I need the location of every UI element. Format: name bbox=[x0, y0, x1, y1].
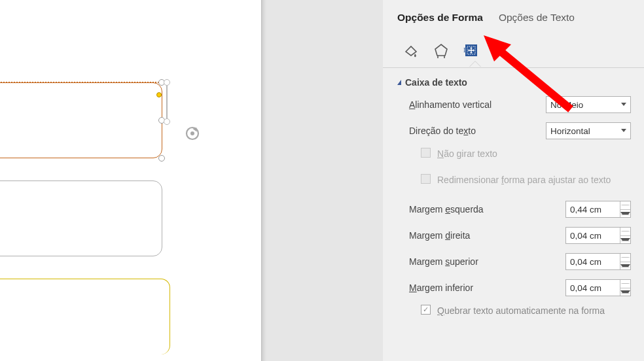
spinner-value: 0,04 cm bbox=[570, 283, 601, 293]
connector-line bbox=[166, 82, 168, 122]
spin-up[interactable] bbox=[620, 254, 630, 262]
checkmark-icon: ✓ bbox=[423, 306, 429, 313]
spin-down[interactable] bbox=[620, 288, 630, 296]
dropdown-value: Horizontal bbox=[550, 126, 590, 136]
dropdown-value: No Meio bbox=[550, 100, 583, 110]
label-margin-top: Margem superior bbox=[409, 256, 565, 267]
dropdown-vertical-alignment[interactable]: No Meio bbox=[546, 96, 631, 113]
input-margin-bottom[interactable]: 0,04 cm bbox=[565, 279, 631, 296]
chevron-down-icon bbox=[621, 103, 626, 106]
document-canvas[interactable] bbox=[0, 0, 383, 361]
spin-down[interactable] bbox=[620, 210, 630, 218]
chevron-down-icon bbox=[621, 129, 626, 132]
input-margin-top[interactable]: 0,04 cm bbox=[565, 253, 631, 270]
label-wrap-text: Quebrar texto automaticamente na forma bbox=[437, 305, 631, 317]
category-icon-row: I bbox=[397, 35, 631, 63]
input-margin-right[interactable]: 0,04 cm bbox=[565, 227, 631, 244]
shape-selected[interactable] bbox=[0, 82, 162, 158]
dropdown-text-direction[interactable]: Horizontal bbox=[546, 122, 631, 139]
label-resize-shape: Redimensionar forma para ajustar ao text… bbox=[437, 174, 631, 186]
tab-text-options[interactable]: Opções de Texto bbox=[499, 12, 575, 24]
spin-up[interactable] bbox=[620, 280, 630, 288]
shape[interactable] bbox=[0, 180, 162, 256]
rotate-handle[interactable] bbox=[183, 124, 202, 145]
svg-point-1 bbox=[190, 131, 194, 135]
spinner-value: 0,04 cm bbox=[570, 257, 601, 267]
section-header[interactable]: Caixa de texto bbox=[397, 77, 631, 88]
checkbox-wrap-text[interactable]: ✓ bbox=[421, 305, 431, 315]
fill-line-icon[interactable] bbox=[399, 38, 423, 63]
label-text-direction: Direção do texto bbox=[409, 126, 546, 136]
adjustment-handle[interactable] bbox=[156, 92, 162, 97]
panel-tabs: Opções de Forma Opções de Texto bbox=[397, 12, 631, 24]
spinner-value: 0,04 cm bbox=[570, 231, 601, 241]
divider bbox=[383, 67, 644, 68]
textbox-section: Caixa de texto Alinhamento vertical No M… bbox=[397, 77, 631, 323]
checkbox-resize-shape bbox=[421, 174, 431, 184]
label-vertical-alignment: Alinhamento vertical bbox=[409, 99, 546, 110]
tab-pointer bbox=[469, 61, 481, 68]
svg-marker-2 bbox=[435, 44, 447, 56]
spin-up[interactable] bbox=[620, 201, 630, 210]
label-no-rotate: Não girar texto bbox=[437, 148, 631, 160]
collapse-triangle-icon bbox=[397, 80, 401, 85]
layout-properties-icon[interactable]: I bbox=[459, 38, 484, 63]
spin-up[interactable] bbox=[620, 228, 630, 236]
label-margin-bottom: Margem inferior bbox=[409, 283, 565, 293]
spinner-value: 0,44 cm bbox=[570, 205, 601, 215]
shape[interactable] bbox=[0, 279, 170, 354]
section-title: Caixa de texto bbox=[405, 77, 467, 88]
label-margin-left: Margem esquerda bbox=[409, 204, 565, 215]
format-shape-panel: Opções de Forma Opções de Texto I Caixa … bbox=[383, 0, 644, 361]
svg-text:I: I bbox=[463, 46, 465, 54]
spin-down[interactable] bbox=[620, 236, 630, 244]
effects-icon[interactable] bbox=[429, 38, 454, 63]
spin-down[interactable] bbox=[620, 262, 630, 270]
selection-handle[interactable] bbox=[158, 155, 165, 162]
label-margin-right: Margem direita bbox=[409, 230, 565, 241]
checkbox-no-rotate bbox=[421, 148, 431, 158]
tab-shape-options[interactable]: Opções de Forma bbox=[397, 12, 483, 24]
input-margin-left[interactable]: 0,44 cm bbox=[565, 201, 631, 218]
